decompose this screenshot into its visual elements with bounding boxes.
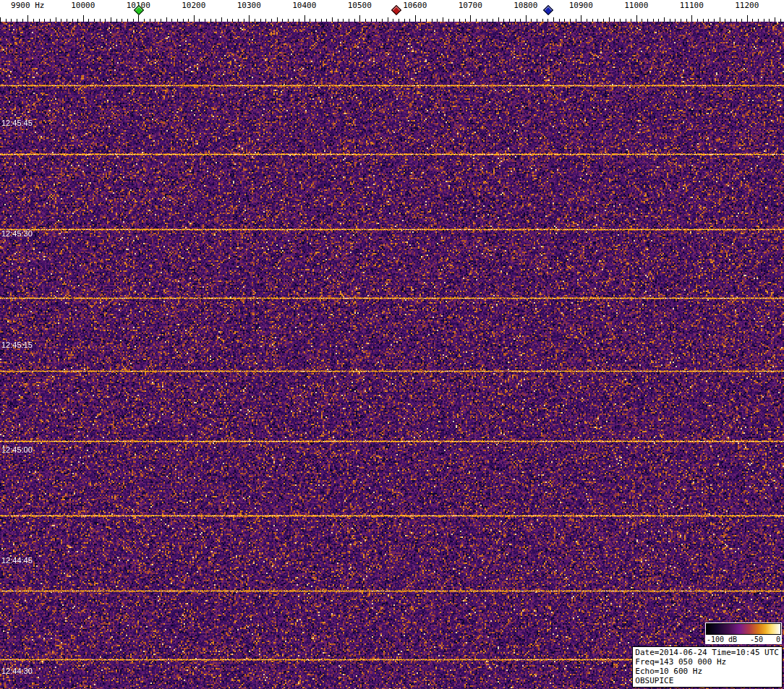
ruler-tick bbox=[138, 15, 139, 22]
ruler-tick-label: 11200 bbox=[735, 1, 759, 10]
time-label: 12:44:45 bbox=[1, 556, 33, 565]
ruler-tick-label: 11100 bbox=[680, 1, 704, 10]
ruler-tick-label: 10500 bbox=[348, 1, 372, 10]
info-freq-line: Freq=143 050 000 Hz bbox=[635, 657, 779, 667]
ruler-tick bbox=[691, 15, 692, 22]
colorbar-labels: -100 dB -50 0 bbox=[706, 635, 781, 644]
ruler-tick bbox=[636, 15, 637, 22]
spectrogram-canvas bbox=[0, 22, 784, 689]
spectrogram-app: 9900 Hz100001010010200103001040010500106… bbox=[0, 0, 784, 689]
colorbar-label-mid: -50 bbox=[750, 635, 763, 643]
ruler-tick bbox=[83, 15, 84, 22]
ruler-tick bbox=[359, 15, 360, 22]
colorbar-label-min: -100 dB bbox=[707, 635, 737, 643]
ruler-tick-label: 10800 bbox=[514, 1, 537, 10]
ruler-tick bbox=[249, 15, 250, 22]
ruler-tick bbox=[747, 15, 748, 22]
red-marker-icon[interactable] bbox=[391, 5, 401, 15]
time-label: 12:45:30 bbox=[1, 229, 33, 238]
blue-marker-icon[interactable] bbox=[543, 5, 553, 15]
ruler-tick bbox=[415, 15, 416, 22]
observation-info-box: Date=2014-06-24 Time=10:45 UTC Freq=143 … bbox=[632, 646, 783, 688]
ruler-tick bbox=[526, 15, 527, 22]
info-station-line: OBSUPICE bbox=[635, 676, 779, 685]
spectrogram-area: 12:45:4512:45:3012:45:1512:45:0012:44:45… bbox=[0, 22, 784, 689]
ruler-tick bbox=[470, 15, 471, 22]
time-label: 12:45:00 bbox=[1, 445, 33, 454]
time-label: 12:45:15 bbox=[1, 341, 33, 349]
time-label: 12:45:45 bbox=[1, 119, 33, 127]
info-echo-line: Echo=10 600 Hz bbox=[635, 667, 779, 676]
colorbar-gradient bbox=[706, 623, 781, 635]
ruler-tick bbox=[304, 15, 305, 22]
ruler-tick-label: 10200 bbox=[182, 1, 205, 10]
time-label: 12:44:30 bbox=[1, 667, 33, 675]
ruler-tick-label: 9900 Hz bbox=[11, 1, 44, 10]
ruler-tick bbox=[194, 15, 195, 22]
ruler-tick-label: 10600 bbox=[403, 1, 427, 10]
ruler-tick-label: 10900 bbox=[569, 1, 593, 10]
ruler-tick-label: 10700 bbox=[459, 1, 482, 10]
colorbar-label-max: 0 bbox=[776, 635, 780, 643]
ruler-tick-label: 10000 bbox=[71, 1, 95, 10]
info-date-line: Date=2014-06-24 Time=10:45 UTC bbox=[635, 648, 779, 657]
ruler-tick-label: 10300 bbox=[237, 1, 261, 10]
ruler-tick-label: 10400 bbox=[292, 1, 316, 10]
frequency-ruler: 9900 Hz100001010010200103001040010500106… bbox=[0, 0, 784, 22]
colorbar: -100 dB -50 0 bbox=[705, 622, 782, 644]
ruler-tick bbox=[27, 15, 28, 22]
ruler-tick bbox=[581, 15, 581, 22]
ruler-tick-label: 11000 bbox=[624, 1, 648, 10]
